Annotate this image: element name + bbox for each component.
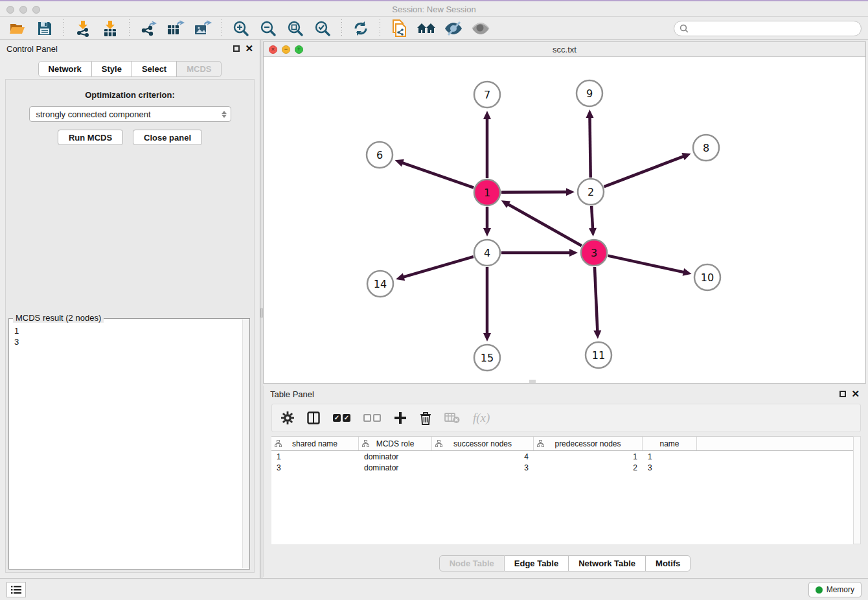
mcds-result-box: MCDS result (2 nodes) 1 3 <box>8 318 250 570</box>
table-panel: Table Panel ✕ ✓✓ <box>263 386 866 577</box>
tab-node-table[interactable]: Node Table <box>439 555 505 571</box>
column-header-successor-nodes[interactable]: successor nodes <box>432 437 534 450</box>
column-header-shared-name[interactable]: shared name <box>271 437 359 450</box>
hide-graphics-details-icon[interactable] <box>442 19 464 38</box>
select-all-icon[interactable]: ✓✓ <box>333 408 350 428</box>
close-panel-icon[interactable]: ✕ <box>245 45 253 52</box>
cell-successor-nodes[interactable]: 4 <box>432 451 534 462</box>
delete-column-icon[interactable] <box>420 408 431 428</box>
refresh-icon[interactable] <box>350 19 372 38</box>
graph-edge-3-11[interactable] <box>595 267 597 332</box>
open-session-icon[interactable] <box>6 19 29 38</box>
export-table-icon[interactable] <box>165 19 187 38</box>
attribute-hierarchy-icon <box>275 440 282 447</box>
cell-shared-name[interactable]: 1 <box>271 451 359 462</box>
zoom-selected-icon[interactable] <box>312 19 334 38</box>
column-header-mcds-role[interactable]: MCDS role <box>359 437 432 450</box>
main-toolbar <box>0 17 868 40</box>
tab-edge-table[interactable]: Edge Table <box>505 555 569 571</box>
column-header-predecessor-nodes[interactable]: predecessor nodes <box>534 437 643 450</box>
cell-mcds-role[interactable]: dominator <box>359 451 432 462</box>
show-graphics-details-icon[interactable] <box>470 19 492 38</box>
toolbar-separator <box>222 19 222 38</box>
cell-predecessor-nodes[interactable]: 1 <box>534 451 643 462</box>
attribute-hierarchy-icon <box>435 440 442 447</box>
control-panel-title: Control Panel <box>6 44 58 54</box>
graph-edge-2-3[interactable] <box>591 206 593 229</box>
zoom-fit-icon[interactable] <box>284 19 306 38</box>
edge-arrowhead <box>483 111 491 119</box>
tab-mcds[interactable]: MCDS <box>177 61 222 77</box>
cell-name[interactable]: 1 <box>643 451 697 462</box>
zoom-out-icon[interactable] <box>257 19 279 38</box>
table-row[interactable]: 1 dominator 4 1 1 <box>271 451 853 462</box>
zoom-in-icon[interactable] <box>230 19 252 38</box>
network-canvas[interactable]: 7968124314101511 <box>264 57 865 383</box>
add-column-icon[interactable] <box>394 408 407 428</box>
cell-shared-name[interactable]: 3 <box>271 462 359 473</box>
deselect-all-icon[interactable] <box>363 408 381 428</box>
result-scrollbar[interactable] <box>242 319 249 568</box>
run-mcds-button[interactable]: Run MCDS <box>58 130 123 145</box>
mcds-panel: Optimization criterion: strongly connect… <box>5 79 255 573</box>
node-label: 2 <box>588 186 594 198</box>
graph-edge-2-9[interactable] <box>589 117 590 178</box>
tab-style[interactable]: Style <box>92 61 132 77</box>
search-input[interactable] <box>692 24 856 33</box>
mcds-result-title: MCDS result (2 nodes) <box>13 313 104 323</box>
network-graph: 7968124314101511 <box>264 57 868 383</box>
node-label: 9 <box>586 87 593 100</box>
export-network-icon[interactable] <box>137 19 159 38</box>
node-label: 3 <box>591 247 597 259</box>
graph-edge-1-6[interactable] <box>402 163 474 188</box>
table-toolbar: ✓✓ f(x) <box>271 404 861 432</box>
graph-edge-2-8[interactable] <box>604 156 685 187</box>
cell-mcds-role[interactable]: dominator <box>359 462 432 473</box>
close-panel-button[interactable]: Close panel <box>133 130 202 145</box>
function-builder-icon[interactable]: f(x) <box>473 408 490 428</box>
tab-motifs[interactable]: Motifs <box>646 555 691 571</box>
delete-table-icon[interactable] <box>444 408 460 428</box>
mcds-result-list[interactable]: 1 3 <box>9 319 249 347</box>
result-line: 1 <box>14 325 244 336</box>
network-zoom-button[interactable]: + <box>295 45 303 54</box>
node-label: 8 <box>703 142 709 154</box>
import-table-icon[interactable] <box>99 19 121 38</box>
column-header-name[interactable]: name <box>643 437 697 450</box>
tab-select[interactable]: Select <box>132 61 177 77</box>
table-row[interactable]: 3 dominator 3 2 3 <box>271 462 853 473</box>
node-label: 11 <box>592 349 605 362</box>
edge-arrowhead <box>569 249 578 257</box>
show-columns-icon[interactable] <box>307 408 320 428</box>
graph-edge-4-14[interactable] <box>403 257 474 277</box>
float-table-panel-icon[interactable] <box>839 391 846 397</box>
network-minimize-button[interactable]: − <box>282 45 290 54</box>
graph-edge-3-1[interactable] <box>507 204 581 246</box>
graph-edge-3-10[interactable] <box>608 256 684 273</box>
graph-edge-1-2[interactable] <box>501 192 567 192</box>
reset-layout-icon[interactable] <box>415 19 437 38</box>
canvas-scroll-thumb[interactable] <box>529 380 536 383</box>
duplicate-network-icon[interactable] <box>388 19 410 38</box>
table-settings-gear-icon[interactable] <box>281 408 294 428</box>
node-label: 1 <box>484 187 490 199</box>
app-titlebar: Session: New Session <box>0 0 868 17</box>
status-bar: Memory <box>0 578 868 600</box>
float-panel-icon[interactable] <box>233 45 240 52</box>
import-network-icon[interactable] <box>72 19 94 38</box>
cell-predecessor-nodes[interactable]: 2 <box>534 462 643 473</box>
tab-network-table[interactable]: Network Table <box>569 555 646 571</box>
cell-successor-nodes[interactable]: 3 <box>432 462 534 473</box>
task-history-button[interactable] <box>6 582 26 597</box>
table-scrollbar[interactable] <box>853 436 861 544</box>
cell-name[interactable]: 3 <box>643 462 697 473</box>
save-session-icon[interactable] <box>34 19 56 38</box>
criterion-dropdown[interactable]: strongly connected component <box>29 106 231 122</box>
network-close-button[interactable]: × <box>269 45 277 54</box>
memory-button[interactable]: Memory <box>808 582 862 597</box>
export-image-icon[interactable] <box>192 19 214 38</box>
tab-network[interactable]: Network <box>38 61 92 77</box>
list-icon <box>11 586 21 594</box>
close-table-panel-icon[interactable]: ✕ <box>851 390 860 398</box>
search-box[interactable] <box>674 21 862 36</box>
